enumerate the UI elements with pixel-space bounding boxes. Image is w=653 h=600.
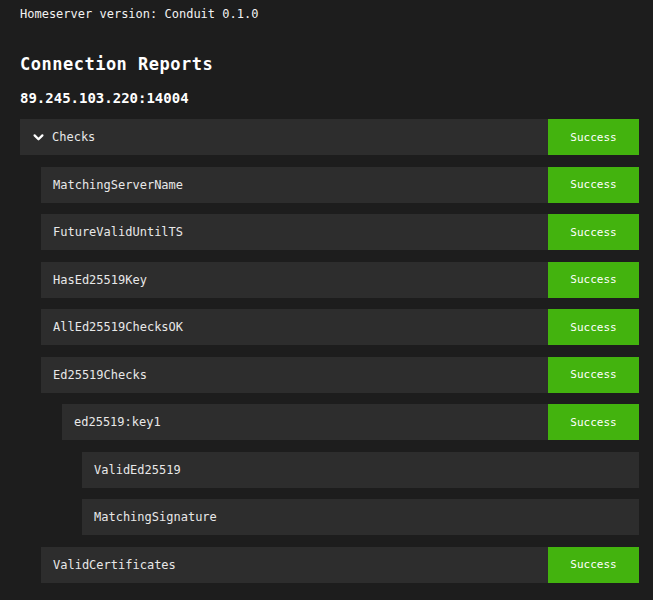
check-row-label: HasEd25519Key xyxy=(53,273,147,287)
check-row-matchingservername[interactable]: MatchingServerNameSuccess xyxy=(41,167,639,203)
status-badge: Success xyxy=(548,404,639,440)
check-row-label: MatchingServerName xyxy=(53,178,183,192)
check-row-label: MatchingSignature xyxy=(94,510,217,524)
status-badge: Success xyxy=(548,214,639,250)
check-row-checks[interactable]: ChecksSuccess xyxy=(20,119,639,155)
check-row-label: Checks xyxy=(52,130,95,144)
check-row-validcertificates[interactable]: ValidCertificatesSuccess xyxy=(41,547,639,583)
status-badge: Success xyxy=(548,262,639,298)
check-row-label: Ed25519Checks xyxy=(53,368,147,382)
homeserver-version-text: Homeserver version: Conduit 0.1.0 xyxy=(20,7,639,21)
check-row-matchingsignature[interactable]: MatchingSignature xyxy=(82,499,639,535)
check-row-label: ValidCertificates xyxy=(53,558,176,572)
status-badge: Success xyxy=(548,309,639,345)
checks-tree: ChecksSuccessMatchingServerNameSuccessFu… xyxy=(20,119,639,583)
check-row-futurevaliduntilts[interactable]: FutureValidUntilTSSuccess xyxy=(41,214,639,250)
check-row-label: FutureValidUntilTS xyxy=(53,225,183,239)
check-row-label: AllEd25519ChecksOK xyxy=(53,320,183,334)
status-badge: Success xyxy=(548,547,639,583)
connection-report-page: Homeserver version: Conduit 0.1.0 Connec… xyxy=(0,0,653,600)
check-row-label: ed25519:key1 xyxy=(74,415,161,429)
check-row-hased25519key[interactable]: HasEd25519KeySuccess xyxy=(41,262,639,298)
chevron-down-icon xyxy=(32,131,45,144)
page-title: Connection Reports xyxy=(20,54,639,74)
status-badge: Success xyxy=(548,167,639,203)
check-row-ed25519checks[interactable]: Ed25519ChecksSuccess xyxy=(41,357,639,393)
status-badge: Success xyxy=(548,357,639,393)
check-row-valided25519[interactable]: ValidEd25519 xyxy=(82,452,639,488)
check-row-ed25519-key1[interactable]: ed25519:key1Success xyxy=(62,404,639,440)
check-row-label: ValidEd25519 xyxy=(94,463,181,477)
status-badge: Success xyxy=(548,119,639,155)
check-row-alled25519checksok[interactable]: AllEd25519ChecksOKSuccess xyxy=(41,309,639,345)
server-address: 89.245.103.220:14004 xyxy=(20,90,639,107)
